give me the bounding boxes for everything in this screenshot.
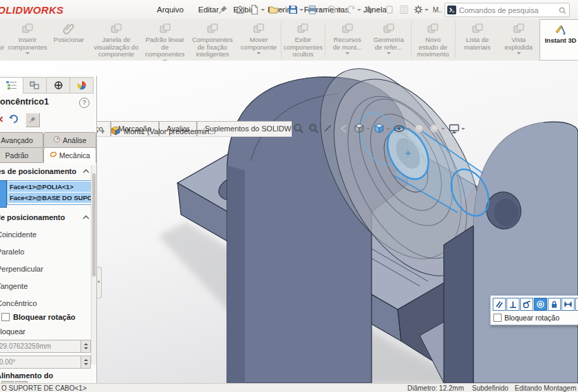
dropdown-caret[interactable]: [517, 52, 521, 56]
mate-type-conce-ntrico[interactable]: Concêntrico: [0, 294, 96, 312]
zoom-to-fit-icon[interactable]: [292, 122, 306, 135]
mate-tab-avanc-ado[interactable]: Avançado: [0, 132, 43, 148]
dropdown-caret[interactable]: [386, 128, 390, 132]
zoom-to-area-icon[interactable]: [307, 122, 321, 135]
dropdown-caret[interactable]: [319, 9, 323, 13]
print-icon[interactable]: [306, 2, 323, 17]
ribbon-button-vista-explodida[interactable]: Vista explodida: [498, 19, 539, 61]
expand-arrow-icon[interactable]: [102, 129, 107, 134]
display-manager-tab[interactable]: [70, 77, 94, 94]
options-gear-icon[interactable]: [412, 2, 429, 17]
distance-field[interactable]: 29.07623259mm: [0, 340, 91, 353]
ribbon-button-posicionar[interactable]: Posicionar: [48, 19, 89, 61]
assembly-root-label[interactable]: Mont1 (Valor predetermin...: [124, 127, 215, 135]
feature-tree-flyout[interactable]: Mont1 (Valor predetermin...: [102, 126, 215, 137]
dropdown-caret[interactable]: [425, 9, 429, 13]
scrollbar-thumb[interactable]: [92, 173, 96, 276]
dropdown-caret[interactable]: [257, 52, 261, 56]
home-icon[interactable]: [234, 2, 246, 17]
distance-mate-icon[interactable]: [561, 298, 575, 311]
ribbon-button-geometria-de-refer[interactable]: Geometria de refer...: [368, 19, 409, 61]
view-settings-icon[interactable]: [447, 122, 466, 135]
hide-show-items-icon[interactable]: [392, 122, 411, 135]
mate-tab-meca-nica[interactable]: Mecânica: [43, 147, 96, 163]
mate-type-tangente[interactable]: Tangente: [0, 277, 96, 294]
open-icon[interactable]: [268, 2, 285, 17]
lock-rotation-checkbox[interactable]: [1, 313, 10, 321]
mate-type-coincidente[interactable]: Coincidente: [0, 226, 96, 243]
tangent-mate-icon[interactable]: [520, 298, 533, 311]
search-icon[interactable]: [558, 6, 567, 14]
ribbon-button-recursos-de-mont[interactable]: Recursos de mont...: [327, 19, 368, 61]
mate-type-paralelo[interactable]: Paralelo: [0, 243, 96, 260]
cancel-button[interactable]: ×: [0, 113, 3, 126]
mate-tab-ana-lise[interactable]: Análise: [43, 132, 96, 148]
ribbon-button-lista-de-materiais[interactable]: Lista de materiais: [457, 19, 498, 61]
selected-face-item[interactable]: Face<1>@POLIA<1>: [8, 182, 94, 192]
lock-rotation-row[interactable]: Bloquear rotação: [1, 313, 75, 321]
angle-stepper[interactable]: [81, 356, 90, 368]
new-document-icon[interactable]: [248, 2, 266, 17]
parallel-mate-icon[interactable]: [493, 298, 506, 311]
panel-splitter-handle[interactable]: [96, 267, 102, 298]
undo-button[interactable]: [8, 113, 19, 126]
dropdown-caret[interactable]: [406, 128, 410, 132]
dropdown-caret[interactable]: [299, 9, 303, 13]
mate-tab-label: Análise: [63, 136, 86, 144]
feature-manager-tab[interactable]: [0, 77, 23, 94]
ribbon-button-instant-3d[interactable]: Instant 3D: [539, 19, 578, 61]
dropdown-caret[interactable]: [261, 9, 265, 13]
lock-mate-option[interactable]: Bloquear: [0, 327, 25, 336]
mate-tab-padra-o[interactable]: Padrão: [0, 147, 43, 163]
save-icon[interactable]: [287, 2, 304, 17]
angle-mate-icon[interactable]: [575, 298, 578, 311]
select-cursor-icon[interactable]: [364, 2, 381, 17]
pin-button[interactable]: [25, 113, 40, 127]
dropdown-caret[interactable]: [366, 128, 370, 132]
ribbon-button-novo-estudo-de-movimento[interactable]: Novo estudo de movimento: [412, 19, 453, 61]
menu-arquivo[interactable]: Arquivo: [157, 6, 184, 14]
more-menu[interactable]: M..: [433, 6, 442, 14]
dropdown-caret[interactable]: [441, 128, 445, 132]
distance-stepper[interactable]: [81, 340, 90, 352]
ribbon-button-mover-componente[interactable]: Mover componente: [238, 19, 279, 61]
3d-model[interactable]: [96, 61, 578, 383]
dropdown-caret[interactable]: [280, 9, 284, 13]
dropdown-caret[interactable]: [345, 52, 350, 56]
section-view-icon[interactable]: [322, 122, 336, 135]
ribbon-button-componentes-de-fixac-a-o-inteligentes[interactable]: Componentes de fixação inteligentes: [186, 19, 238, 61]
panel-scrollbar[interactable]: [91, 165, 96, 364]
perpendicular-mate-icon[interactable]: [506, 298, 520, 311]
mate-type-perpendicular[interactable]: Perpendicular: [0, 260, 96, 277]
property-manager-tab[interactable]: [23, 77, 47, 94]
view-orientation-icon[interactable]: [352, 122, 371, 135]
dropdown-caret[interactable]: [387, 52, 391, 56]
concentric-mate-icon[interactable]: [534, 298, 547, 311]
help-icon[interactable]: ?: [79, 98, 89, 108]
ribbon-button-exibir-componentes-ocultos[interactable]: Exibir componentes ocultos: [282, 19, 323, 61]
dropdown-caret[interactable]: [461, 128, 465, 132]
angle-field[interactable]: 0.00°: [0, 356, 91, 369]
selected-face-item[interactable]: Face<2>@BASE DO SUPOR: [8, 193, 94, 203]
dropdown-caret[interactable]: [338, 9, 342, 13]
collapse-chevron-icon[interactable]: [83, 169, 89, 173]
lock-mate-icon[interactable]: [548, 298, 561, 311]
pin-icon[interactable]: [217, 4, 228, 15]
dropdown-caret[interactable]: [25, 52, 30, 56]
collapse-chevron-icon[interactable]: [83, 215, 89, 219]
ribbon-button-inserir-componentes[interactable]: Inserir componentes: [7, 19, 48, 61]
ribbon-button-padra-o-linear-de-componentes[interactable]: Padrão linear de componentes: [143, 19, 187, 61]
configuration-manager-tab[interactable]: [47, 77, 70, 94]
ribbon-button-editar-componente[interactable]: Editar componente: [0, 19, 7, 61]
dropdown-caret[interactable]: [376, 9, 381, 13]
ribbon-button-janela-de-visualizac-a-o-do-componente[interactable]: Janela de visualização do componente: [89, 19, 143, 61]
menu-editar[interactable]: Editar: [198, 6, 219, 14]
lock-rotation-option[interactable]: Bloquear rotação: [491, 312, 578, 325]
status-definition-state: Subdefinido: [472, 384, 509, 392]
mate-selections-listbox[interactable]: Face<1>@POLIA<1>Face<2>@BASE DO SUPOR: [7, 180, 95, 205]
lock-rotation-checkbox[interactable]: [493, 314, 502, 322]
display-style-icon[interactable]: [372, 122, 391, 135]
search-input[interactable]: Comandos de pesquisa: [445, 3, 570, 17]
ribbon-button-label: Padrão linear de componentes: [145, 36, 184, 58]
dropdown-caret[interactable]: [357, 9, 361, 13]
